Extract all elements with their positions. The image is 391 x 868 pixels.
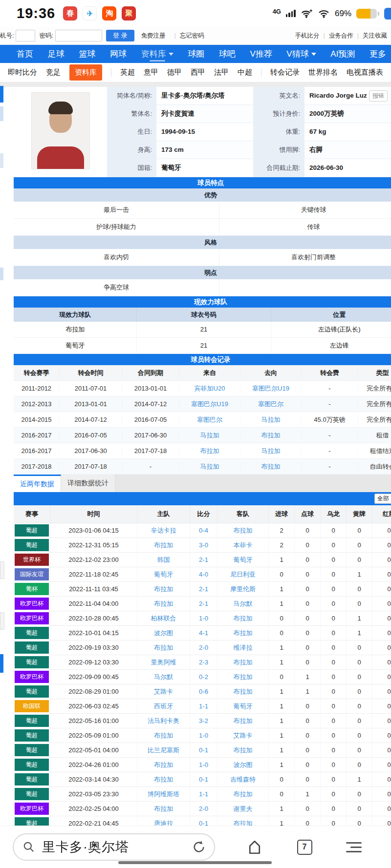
away-team-link[interactable]: 布拉加	[234, 526, 253, 535]
score-link[interactable]: 0-1	[199, 746, 208, 754]
score-link[interactable]: 0-4	[199, 527, 208, 534]
refresh-icon[interactable]	[192, 840, 206, 854]
side-widget-mark[interactable]	[0, 268, 3, 280]
score-link[interactable]: 0-6	[199, 688, 208, 695]
transfer-from-team-link[interactable]: 马拉加	[200, 463, 219, 470]
home-team-link[interactable]: 柏林联合	[151, 614, 176, 623]
nav-item[interactable]: V推荐	[250, 45, 272, 63]
subnav-item[interactable]: 中超	[238, 68, 252, 77]
subnav-item[interactable]: 转会记录	[270, 68, 300, 77]
subnav-item[interactable]: 世界排名	[308, 68, 338, 77]
transfer-to-team-link[interactable]: 塞图巴尔	[258, 400, 283, 408]
away-team-link[interactable]: 布拉加	[234, 658, 253, 667]
subnav-item[interactable]: 英超	[120, 68, 135, 77]
nav-item[interactable]: 资料库	[141, 45, 174, 63]
away-team-link[interactable]: 布拉加	[234, 629, 253, 638]
away-team-link[interactable]: 布拉加	[234, 614, 253, 623]
subnav-item[interactable]: 西甲	[191, 68, 205, 77]
home-team-link[interactable]: 马尔默	[154, 673, 173, 682]
away-team-link[interactable]: 艾路卡	[234, 731, 253, 740]
home-team-link[interactable]: 布拉加	[154, 541, 173, 550]
league-filter-select[interactable]: 全部 ⌄	[374, 494, 391, 504]
app-icon[interactable]: ✈	[83, 6, 97, 21]
forgot-password-link[interactable]: 忘记密码	[180, 32, 204, 40]
score-link[interactable]: 1-1	[199, 790, 208, 798]
home-team-link[interactable]: 布拉加	[154, 585, 173, 594]
score-link[interactable]: 3-0	[199, 541, 208, 549]
tabs-icon[interactable]: 7	[297, 840, 312, 855]
app-icon[interactable]: 春	[63, 6, 77, 21]
home-team-link[interactable]: 布拉加	[154, 731, 173, 740]
transfer-to-team-link[interactable]: 马拉加	[261, 447, 281, 455]
transfer-from-team-link[interactable]: 布拉加	[200, 447, 219, 455]
tab-detailed-stats[interactable]: 详细数据统计	[61, 475, 115, 492]
side-widget-mark[interactable]	[0, 86, 3, 103]
transfer-from-team-link[interactable]: 塞图巴尔U19	[191, 400, 228, 408]
home-team-link[interactable]: 比兰尼塞斯	[148, 746, 179, 755]
transfer-to-team-link[interactable]: 布拉加	[261, 432, 281, 439]
home-team-link[interactable]: 博阿维斯塔	[148, 790, 179, 799]
app-icon[interactable]: 聚	[122, 6, 136, 21]
away-team-link[interactable]: 维泽拉	[234, 643, 253, 652]
away-team-link[interactable]: 葡萄牙	[234, 702, 253, 711]
subnav-item[interactable]: 竞足	[46, 68, 61, 77]
away-team-link[interactable]: 吉维森特	[230, 775, 256, 784]
score-link[interactable]: 2-1	[199, 600, 208, 607]
subnav-item[interactable]: 即时比分	[8, 68, 37, 77]
report-error-button[interactable]: 报错	[369, 90, 388, 102]
business-link[interactable]: 业务合作	[329, 32, 353, 40]
search-input[interactable]: 里卡多·奥尔塔	[42, 838, 192, 856]
nav-item[interactable]: 足球	[48, 45, 65, 63]
password-input[interactable]	[55, 30, 102, 41]
transfer-to-team-link[interactable]: 布拉加	[261, 463, 281, 470]
score-link[interactable]: 4-0	[199, 571, 208, 578]
score-link[interactable]: 1-1	[199, 703, 208, 710]
nav-item[interactable]: 首页	[17, 45, 33, 63]
away-team-link[interactable]: 本菲卡	[234, 541, 253, 550]
score-link[interactable]: 2-0	[199, 805, 208, 812]
transfer-to-team-link[interactable]: 塞图巴尔U19	[252, 385, 289, 392]
score-link[interactable]: 2-1	[199, 556, 208, 563]
away-team-link[interactable]: 葡萄牙	[234, 556, 253, 564]
score-link[interactable]: 0-1	[199, 776, 208, 783]
mobile-score-link[interactable]: 手机比分	[295, 32, 320, 40]
away-team-link[interactable]: 布拉加	[234, 673, 253, 682]
score-link[interactable]: 1-0	[199, 732, 208, 739]
score-link[interactable]: 0-2	[199, 673, 208, 681]
home-team-link[interactable]: 波尔图	[154, 629, 173, 638]
nav-item[interactable]: 球圈	[188, 45, 204, 63]
subnav-item[interactable]: 电视直播表	[347, 68, 383, 77]
nav-item[interactable]: 网球	[110, 45, 127, 63]
away-team-link[interactable]: 尼日利亚	[230, 570, 256, 579]
side-widget-mark[interactable]	[0, 654, 3, 673]
subnav-item[interactable]: 德甲	[167, 68, 182, 77]
score-link[interactable]: 2-3	[199, 659, 208, 666]
away-team-link[interactable]: 摩里伦斯	[230, 585, 256, 594]
home-team-link[interactable]: 里奥阿维	[151, 658, 176, 667]
away-team-link[interactable]: 马尔默	[234, 599, 253, 608]
subnav-item[interactable]: 资料库	[69, 64, 102, 81]
nav-item[interactable]: V猜球	[286, 45, 316, 63]
subnav-item[interactable]	[261, 68, 261, 77]
nav-item[interactable]: 更多	[369, 45, 386, 63]
home-team-link[interactable]: 布拉加	[154, 599, 173, 608]
transfer-from-team-link[interactable]: 塞图巴尔	[197, 416, 222, 423]
away-team-link[interactable]: 布拉加	[234, 687, 253, 696]
score-link[interactable]: 1-0	[199, 615, 208, 622]
away-team-link[interactable]: 布拉加	[234, 790, 253, 799]
home-team-link[interactable]: 艾路卡	[154, 687, 173, 696]
search-pill[interactable]: 里卡多·奥尔塔	[13, 833, 215, 861]
home-team-link[interactable]: 布拉加	[154, 775, 173, 784]
home-team-link[interactable]: 布拉加	[154, 643, 173, 652]
subnav-item[interactable]: 意甲	[144, 68, 158, 77]
home-team-link[interactable]: 韩国	[157, 556, 170, 564]
nav-item[interactable]: 篮球	[79, 45, 95, 63]
subnav-item[interactable]	[111, 68, 111, 77]
side-widget-mark[interactable]	[0, 612, 4, 630]
phone-input[interactable]	[16, 30, 35, 41]
away-team-link[interactable]: 波尔图	[234, 761, 253, 769]
subnav-item[interactable]: 法甲	[214, 68, 229, 77]
transfer-to-team-link[interactable]: 马拉加	[261, 416, 281, 423]
transfer-from-team-link[interactable]: 宾菲加U20	[195, 385, 225, 392]
away-team-link[interactable]: 布拉加	[234, 746, 253, 755]
